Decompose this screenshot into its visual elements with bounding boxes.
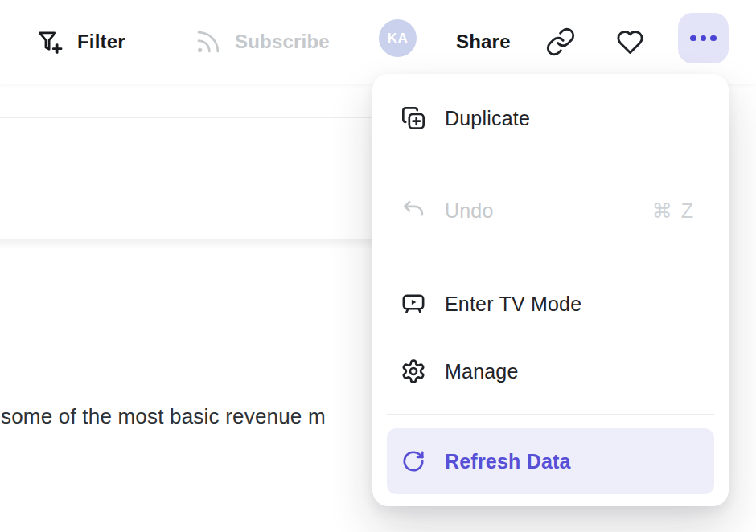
more-options-button[interactable]: [678, 13, 729, 63]
menu-item-label: Refresh Data: [445, 450, 571, 473]
avatar-initials: KA: [388, 31, 409, 47]
copy-link-button[interactable]: [545, 0, 576, 84]
duplicate-icon: [401, 105, 426, 131]
menu-item-undo: Undo ⌘ Z: [387, 184, 714, 237]
body-text: some of the most basic revenue m: [1, 404, 326, 429]
link-icon: [545, 27, 576, 57]
keyboard-shortcut: ⌘ Z: [652, 199, 695, 223]
menu-item-manage[interactable]: Manage: [387, 345, 714, 398]
menu-item-label: Enter TV Mode: [445, 293, 581, 316]
filter-plus-icon: [35, 27, 65, 57]
menu-divider: [387, 256, 714, 256]
subscribe-label: Subscribe: [235, 31, 330, 53]
menu-item-label: Duplicate: [445, 107, 530, 130]
subscribe-button[interactable]: Subscribe: [193, 0, 330, 84]
share-label: Share: [456, 31, 511, 53]
gear-icon: [401, 358, 426, 384]
filter-button[interactable]: Filter: [35, 0, 125, 84]
filter-label: Filter: [77, 31, 125, 53]
toolbar: Filter Subscribe KA Share: [0, 0, 756, 84]
dashboard-page: some of the most basic revenue m Filter …: [0, 0, 756, 532]
undo-icon: [401, 198, 426, 223]
menu-divider: [387, 162, 714, 162]
menu-item-label: Manage: [445, 360, 519, 383]
more-options-menu: Duplicate Undo ⌘ Z Enter TV M: [372, 74, 729, 506]
avatar[interactable]: KA: [379, 19, 417, 57]
share-button[interactable]: Share: [456, 0, 511, 84]
card-bottom-edge: [0, 239, 372, 254]
section-divider-line: [0, 117, 372, 118]
menu-item-refresh-data[interactable]: Refresh Data: [387, 428, 714, 494]
heart-icon: [614, 27, 646, 58]
menu-divider: [387, 414, 714, 415]
rss-icon: [193, 27, 223, 57]
menu-item-label: Undo: [445, 199, 494, 223]
menu-item-enter-tv-mode[interactable]: Enter TV Mode: [387, 277, 714, 330]
ellipsis-icon: [690, 35, 696, 42]
refresh-icon: [401, 448, 426, 474]
menu-item-duplicate[interactable]: Duplicate: [387, 92, 714, 145]
tv-play-icon: [401, 291, 426, 317]
favorite-button[interactable]: [614, 0, 646, 84]
